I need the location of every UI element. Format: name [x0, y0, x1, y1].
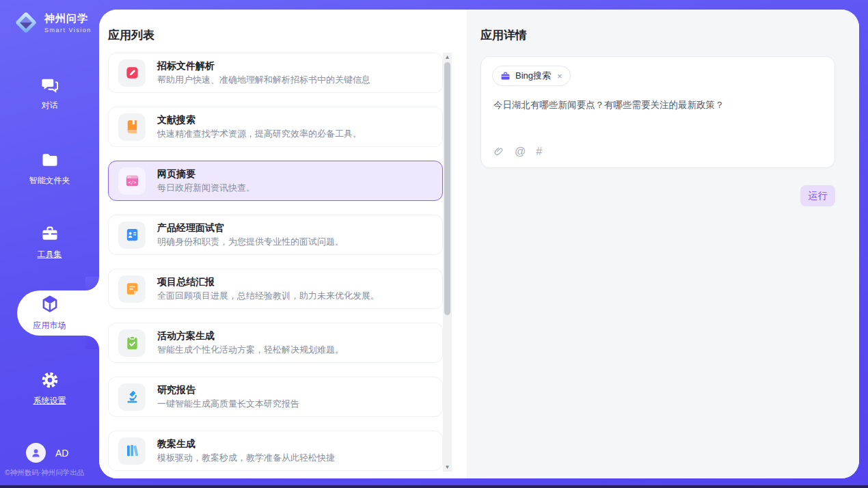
note-icon [124, 281, 140, 297]
input-toolbar: @ # [493, 146, 542, 157]
list-item[interactable]: 招标文件解析 帮助用户快速、准确地理解和解析招标书中的关键信息 [108, 53, 443, 93]
app-icon [118, 221, 146, 249]
logo-title: 神州问学 [44, 12, 92, 25]
app-name: 研究报告 [157, 383, 299, 396]
bubble-notch-top [85, 277, 99, 290]
chat-icon [40, 75, 59, 94]
list-item[interactable]: 文献搜索 快速精准查找学术资源，提高研究效率的必备工具。 [108, 107, 443, 147]
app-icon [118, 383, 146, 411]
list-item[interactable]: 活动方案生成 智能生成个性化活动方案，轻松解决规划难题。 [108, 323, 443, 363]
book-icon [124, 119, 140, 135]
sidebar-item-label: 对话 [0, 100, 99, 111]
microscope-icon [124, 389, 140, 405]
sidebar-item-label: 智能文件夹 [0, 175, 99, 187]
app-icon [118, 59, 146, 87]
app-description: 每日政府新闻资讯快查。 [157, 182, 255, 194]
scrollbar-thumb[interactable] [444, 62, 450, 315]
sidebar-item-app-market[interactable]: 应用市场 [0, 294, 99, 331]
bottom-strip [0, 485, 868, 488]
list-item[interactable]: 产品经理面试官 明确身份和职责，为您提供专业性的面试问题。 [108, 215, 443, 255]
app-name: 活动方案生成 [157, 329, 344, 342]
sidebar-item-label: 系统设置 [0, 395, 99, 407]
list-item[interactable]: 项目总结汇报 全面回顾项目进展，总结经验教训，助力未来优化发展。 [108, 269, 443, 309]
logo-subtitle: Smart Vision [44, 27, 92, 33]
app-description: 模板驱动，教案秒成，教学准备从此轻松快捷 [157, 452, 335, 464]
close-icon[interactable]: × [557, 71, 562, 81]
app-detail-title: 应用详情 [480, 27, 527, 43]
cube-icon [40, 294, 60, 314]
svg-text:</>: </> [128, 180, 136, 185]
toolbox-icon [40, 224, 59, 243]
app-description: 一键智能生成高质量长文本研究报告 [157, 398, 299, 410]
sidebar: 神州问学 Smart Vision 对话 智能文件夹 工具集 [0, 0, 99, 488]
app-icon [118, 113, 146, 141]
list-scrollbar[interactable]: ▲ ▼ [443, 53, 452, 472]
list-item[interactable]: 教案生成 模板驱动，教案秒成，教学准备从此轻松快捷 [108, 431, 443, 471]
app-detail-panel: 应用详情 Bing搜索 × 今日湖北有哪些新闻要点？有哪些需要关注的最新政策？ … [467, 10, 859, 478]
clipboard-check-icon [124, 335, 140, 351]
app-icon: </> [118, 167, 146, 195]
avatar [26, 443, 46, 463]
app-description: 明确身份和职责，为您提供专业性的面试问题。 [157, 236, 344, 248]
user-profile[interactable]: AD [26, 443, 68, 463]
app-name: 网页摘要 [157, 167, 255, 180]
resume-icon [124, 227, 140, 243]
books-icon [124, 443, 140, 459]
list-item[interactable]: 研究报告 一键智能生成高质量长文本研究报告 [108, 377, 443, 417]
app-name: 教案生成 [157, 437, 335, 450]
prompt-card: Bing搜索 × 今日湖北有哪些新闻要点？有哪些需要关注的最新政策？ @ # [480, 56, 835, 168]
mention-icon[interactable]: @ [515, 146, 526, 157]
run-button[interactable]: 运行 [800, 185, 835, 206]
hash-icon[interactable]: # [536, 146, 542, 157]
browser-code-icon: </> [124, 173, 140, 189]
query-text[interactable]: 今日湖北有哪些新闻要点？有哪些需要关注的最新政策？ [493, 99, 822, 111]
app-icon [118, 275, 146, 303]
copyright-footer: ©神州数码·神州问学出品 [5, 468, 84, 478]
app-icon [118, 329, 146, 357]
tool-tag-label: Bing搜索 [515, 70, 551, 82]
app-name: 文献搜索 [157, 113, 362, 126]
app-name: 项目总结汇报 [157, 275, 379, 288]
folder-icon [40, 150, 59, 170]
app-name: 产品经理面试官 [157, 221, 344, 234]
scroll-down-arrow-icon[interactable]: ▼ [445, 463, 450, 472]
app-description: 快速精准查找学术资源，提高研究效率的必备工具。 [157, 128, 362, 140]
main-panel: 应用列表 招标文件解析 帮助用户快速、准确地理解和解析招标书中的关键信息 文献搜… [99, 10, 859, 478]
app-icon [118, 437, 146, 465]
list-item[interactable]: </> 网页摘要 每日政府新闻资讯快查。 [108, 161, 443, 201]
person-icon [29, 446, 42, 459]
gear-icon [40, 370, 59, 390]
scroll-up-arrow-icon[interactable]: ▲ [445, 53, 450, 62]
sidebar-item-toolset[interactable]: 工具集 [0, 224, 99, 260]
app-description: 智能生成个性化活动方案，轻松解决规划难题。 [157, 344, 344, 356]
briefcase-icon [500, 71, 511, 81]
app-logo: 神州问学 Smart Vision [12, 9, 92, 36]
bubble-notch-bottom [85, 336, 99, 349]
app-description: 全面回顾项目进展，总结经验教训，助力未来优化发展。 [157, 290, 379, 302]
app-list: 招标文件解析 帮助用户快速、准确地理解和解析招标书中的关键信息 文献搜索 快速精… [108, 53, 443, 478]
user-initials: AD [55, 448, 68, 459]
sidebar-item-label: 应用市场 [0, 320, 99, 331]
sidebar-item-smart-folders[interactable]: 智能文件夹 [0, 150, 99, 187]
app-description: 帮助用户快速、准确地理解和解析招标书中的关键信息 [157, 74, 370, 86]
sidebar-item-settings[interactable]: 系统设置 [0, 370, 99, 407]
edit-doc-icon [124, 65, 140, 81]
sidebar-item-label: 工具集 [0, 249, 99, 260]
app-list-title: 应用列表 [108, 27, 154, 43]
tool-tag-bing-search[interactable]: Bing搜索 × [492, 66, 571, 86]
attachment-icon[interactable] [493, 146, 504, 157]
app-name: 招标文件解析 [157, 59, 370, 72]
sidebar-item-chat[interactable]: 对话 [0, 75, 99, 111]
app-list-panel: 应用列表 招标文件解析 帮助用户快速、准确地理解和解析招标书中的关键信息 文献搜… [99, 10, 467, 478]
logo-diamond-icon [12, 9, 40, 36]
